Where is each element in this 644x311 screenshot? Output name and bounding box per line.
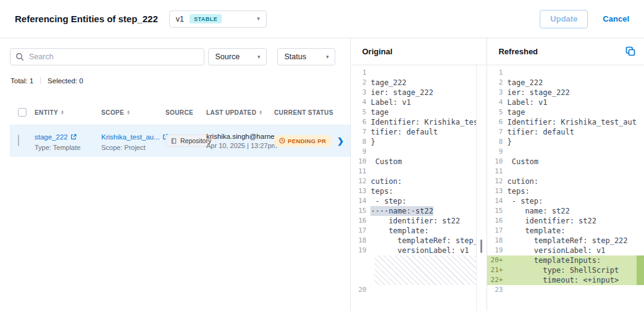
code-line: 12cution: [487,176,637,186]
selected-count: Selected: 0 [48,77,83,85]
column-header-entity[interactable]: ENTITY ▲▼ [35,109,101,116]
code-line: 15····name:·st22 [351,206,476,216]
line-text: tage_222 [507,78,543,88]
refreshed-pane-header: Refreshed [487,38,644,64]
code-line: 6Identifier: Krishika_test_aut [487,117,637,127]
sort-icon[interactable]: ▲▼ [61,110,64,115]
line-number: 18 [487,236,507,246]
line-text: identifier: st22 [370,216,460,226]
line-number: 1 [487,68,507,78]
top-bar: Referencing Entities of step_222 v1 STAB… [0,0,644,38]
line-number: 5 [487,107,507,117]
column-header-scope[interactable]: SCOPE ▲▼ [101,109,165,116]
status-cell: PENDING PR [274,135,337,147]
line-text: templateInputs: [507,255,601,265]
line-number: 20 [351,285,370,295]
code-line: 7tifier: default [487,127,637,137]
line-text: templateRef: step_222 [507,236,627,246]
code-line: 10 Custom [351,157,476,167]
line-number: 7 [487,127,507,137]
line-text: tage [507,107,525,117]
row-checkbox[interactable] [18,135,19,146]
status-filter-label: Status [284,52,306,61]
line-text: templateRef: step_222 [370,236,476,246]
line-number: 10 [351,157,370,167]
line-number: 19 [351,246,370,255]
scope-cell: Krishika_test_au... Scope: Project [101,131,165,151]
column-header-source: SOURCE [165,109,206,116]
code-line: 13teps: [487,186,637,196]
line-text: Label: v1 [370,97,411,107]
line-number: 19 [487,246,507,255]
last-updated-cell: krishika.singh@harnes... Apr 10, 2025 | … [206,133,274,149]
code-line: 8} [351,137,476,147]
line-number: 9 [351,147,370,157]
line-number: 2 [487,78,507,88]
sort-icon[interactable]: ▲▼ [259,110,262,115]
line-number: 17 [351,226,370,236]
code-line: 7tifier: default [351,127,476,137]
original-scrollbar[interactable] [476,64,487,311]
code-line: 23 [487,285,637,295]
code-line: 16 identifier: st22 [351,216,476,226]
line-text: tage [370,107,388,117]
code-line: 11 [351,167,476,176]
line-text: } [507,137,511,147]
line-number: 17 [487,226,507,236]
line-number: 14 [487,196,507,206]
line-number: 9 [487,147,507,157]
line-text: teps: [507,186,529,196]
line-text: Custom [507,157,538,167]
line-text: ier: stage_222 [370,88,433,97]
line-number: 7 [351,127,370,137]
code-line: 5tage [351,107,476,117]
code-line: 2tage_222 [351,78,476,88]
line-number: 6 [487,117,507,127]
original-pane-header: Original [351,38,487,64]
row-expand-chevron[interactable]: ❯ [337,136,344,146]
scrollbar-thumb[interactable] [480,239,482,253]
select-all-checkbox[interactable] [18,108,27,117]
table-row[interactable]: stage_222 Type: Template Krishika_test_a… [10,125,350,157]
search-input[interactable] [10,48,204,65]
code-line: 14 - step: [351,196,476,206]
code-line: 19 versionLabel: v1 [351,246,476,255]
code-line: 4Label: v1 [351,97,476,107]
line-number: 11 [351,167,370,176]
entity-link[interactable]: stage_222 [35,133,77,141]
source-filter-label: Source [215,52,240,61]
line-text: cution: [370,176,402,186]
line-text: template: [507,226,565,236]
version-select[interactable]: v1 STABLE ▾ [169,10,267,28]
diff-collapsed-region [374,255,476,285]
pending-clock-icon [279,138,285,144]
version-label: v1 [176,15,184,23]
line-text: Identifier: Krishika_test_aut [370,117,476,127]
source-filter-dropdown[interactable]: Source ▾ [208,48,267,65]
total-count: Total: 1 [10,77,33,85]
original-title: Original [362,47,392,56]
added-lines-marker [637,255,644,285]
code-line: 11 [487,167,637,176]
code-line: 21+ type: ShellScript [487,265,637,275]
refreshed-pane: Refreshed 12tage_2223ier: stage_2224Labe… [487,38,644,311]
line-number: 21+ [487,265,507,275]
line-text: - step: [507,196,543,206]
line-number: 12 [351,176,370,186]
scope-link[interactable]: Krishika_test_au... [101,133,169,141]
sort-icon[interactable]: ▲▼ [127,110,130,115]
filter-bar: Source ▾ Status ▾ [0,48,350,65]
code-line: 13teps: [351,186,476,196]
cancel-button[interactable]: Cancel [603,14,629,23]
line-number: 16 [487,216,507,226]
code-line: 19 versionLabel: v1 [487,246,637,255]
code-line: 4Label: v1 [487,97,637,107]
update-button[interactable]: Update [540,10,588,28]
status-filter-dropdown[interactable]: Status ▾ [277,48,335,65]
diff-panel: Original 12tage_2223ier: stage_2224Label… [351,38,644,311]
column-header-last-updated[interactable]: LAST UPDATED ▲▼ [206,109,274,116]
code-line: 5tage [487,107,637,117]
copy-diff-button[interactable] [625,46,635,56]
column-header-current-status: CURRENT STATUS [274,109,337,116]
line-text: cution: [507,176,538,186]
